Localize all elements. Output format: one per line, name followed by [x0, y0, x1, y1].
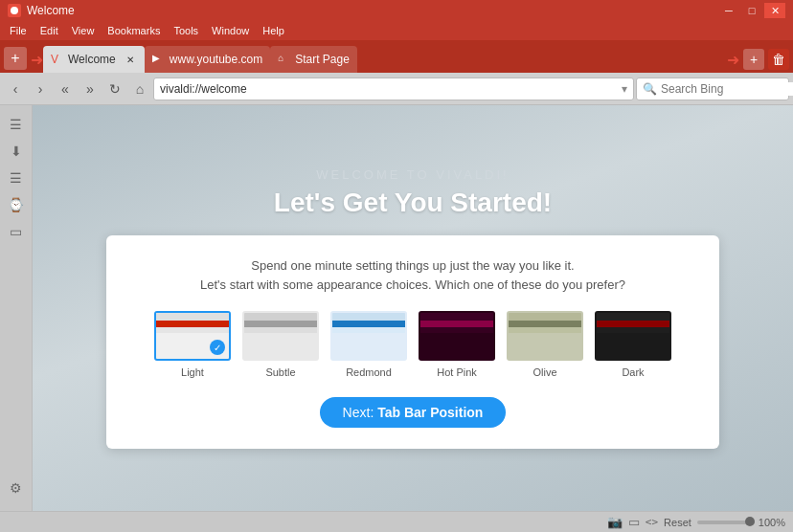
- back-button[interactable]: ‹: [4, 78, 27, 100]
- add-tab-right-button[interactable]: +: [743, 49, 764, 70]
- tab-close-welcome[interactable]: ✕: [124, 53, 137, 66]
- close-button[interactable]: ✕: [764, 3, 785, 18]
- tab-favicon-start: ⌂: [278, 53, 291, 66]
- tab-welcome[interactable]: V Welcome ✕: [43, 46, 145, 73]
- theme-options: ✓ Light Subtle: [133, 311, 692, 378]
- next-button[interactable]: Next: Tab Bar Position: [320, 397, 507, 428]
- home-button[interactable]: ⌂: [128, 78, 151, 100]
- display-icon[interactable]: ▭: [628, 515, 640, 529]
- sidebar-icon-notes[interactable]: ☰: [5, 166, 28, 189]
- setup-card: Spend one minute setting things up just …: [106, 235, 719, 449]
- reset-label[interactable]: Reset: [664, 517, 691, 528]
- menu-bar: File Edit View Bookmarks Tools Window He…: [0, 21, 793, 40]
- trash-button[interactable]: 🗑: [768, 49, 789, 70]
- main-layout: ☰ ⬇ ☰ ⌚ ▭ ⚙ WELCOME TO VIVALDI! Let's Ge…: [0, 105, 793, 511]
- menu-view[interactable]: View: [66, 24, 101, 37]
- theme-preview-light: ✓: [154, 311, 231, 361]
- status-bar: 📷 ▭ <> Reset 100%: [0, 511, 793, 532]
- theme-label-olive: Olive: [532, 366, 556, 378]
- theme-subtle[interactable]: Subtle: [242, 311, 319, 378]
- theme-label-dark: Dark: [622, 366, 644, 378]
- tab-label-youtube: www.youtube.com: [170, 53, 262, 66]
- search-icon: 🔍: [643, 82, 657, 96]
- menu-bookmarks[interactable]: Bookmarks: [102, 24, 166, 37]
- next-button-strong: Tab Bar Position: [377, 405, 483, 420]
- menu-help[interactable]: Help: [257, 24, 290, 37]
- tab-bar: + ➜ V Welcome ✕ ▶ www.youtube.com ⌂ Star…: [0, 40, 793, 73]
- menu-tools[interactable]: Tools: [168, 24, 204, 37]
- window-title: Welcome: [27, 4, 75, 17]
- reload-button[interactable]: ↻: [103, 78, 126, 100]
- tab-label-welcome: Welcome: [68, 53, 116, 66]
- theme-preview-hotpink: [419, 311, 495, 361]
- tab-favicon-welcome: V: [51, 53, 64, 66]
- tab-youtube[interactable]: ▶ www.youtube.com: [145, 46, 270, 73]
- zoom-label: 100%: [759, 517, 785, 528]
- welcome-subtitle: WELCOME TO VIVALDI!: [316, 167, 509, 182]
- nav-bar: ‹ › « » ↻ ⌂ ▾ 🔍 ▾: [0, 73, 793, 105]
- theme-olive[interactable]: Olive: [507, 311, 583, 378]
- theme-preview-dark: [595, 311, 671, 361]
- tab-start[interactable]: ⌂ Start Page: [270, 46, 357, 73]
- minimize-button[interactable]: ─: [718, 3, 739, 18]
- address-input[interactable]: [160, 82, 618, 96]
- app-icon: [8, 4, 21, 17]
- content-area: WELCOME TO VIVALDI! Let's Get You Starte…: [33, 105, 793, 511]
- card-desc-line2: Let's start with some appearance choices…: [200, 277, 625, 292]
- theme-preview-subtle: [242, 311, 319, 361]
- window-controls: ─ □ ✕: [718, 3, 785, 18]
- arrow-indicator-left: ➜: [31, 51, 43, 69]
- search-bar[interactable]: 🔍 ▾: [636, 78, 789, 100]
- theme-redmond[interactable]: Redmond: [330, 311, 407, 378]
- sidebar-icon-download[interactable]: ⬇: [5, 140, 28, 163]
- tab-bar-right: ➜ + 🗑: [727, 49, 789, 70]
- theme-label-subtle: Subtle: [265, 366, 295, 378]
- sidebar: ☰ ⬇ ☰ ⌚ ▭ ⚙: [0, 105, 33, 511]
- menu-file[interactable]: File: [4, 24, 33, 37]
- maximize-button[interactable]: □: [741, 3, 762, 18]
- theme-preview-olive: [507, 311, 583, 361]
- svg-point-0: [11, 7, 18, 14]
- tab-favicon-youtube: ▶: [152, 53, 166, 66]
- theme-label-light: Light: [181, 366, 204, 378]
- theme-label-redmond: Redmond: [346, 366, 392, 378]
- status-right: 📷 ▭ <> Reset 100%: [607, 515, 785, 529]
- menu-window[interactable]: Window: [206, 24, 255, 37]
- arrow-indicator-right: ➜: [727, 51, 739, 69]
- address-dropdown-icon[interactable]: ▾: [622, 82, 627, 96]
- sidebar-icon-bookmark[interactable]: ▭: [5, 220, 28, 243]
- theme-dark[interactable]: Dark: [595, 311, 671, 378]
- card-desc-line1: Spend one minute setting things up just …: [251, 258, 574, 273]
- sidebar-icon-history[interactable]: ⌚: [5, 193, 28, 216]
- welcome-title: Let's Get You Started!: [274, 188, 552, 218]
- title-bar-left: Welcome: [8, 4, 75, 17]
- camera-icon[interactable]: 📷: [607, 515, 623, 529]
- rewind-button[interactable]: «: [54, 78, 77, 100]
- address-bar[interactable]: ▾: [153, 78, 634, 100]
- zoom-control: 100%: [697, 517, 785, 528]
- tab-label-start: Start Page: [295, 53, 350, 66]
- forward-button[interactable]: ›: [29, 78, 52, 100]
- theme-light[interactable]: ✓ Light: [154, 311, 231, 378]
- zoom-slider[interactable]: [697, 521, 755, 524]
- fastforward-button[interactable]: »: [79, 78, 102, 100]
- card-description: Spend one minute setting things up just …: [133, 256, 692, 294]
- sidebar-icon-menu[interactable]: ☰: [5, 113, 28, 136]
- next-button-prefix: Next:: [343, 405, 378, 420]
- theme-label-hotpink: Hot Pink: [437, 366, 477, 378]
- selected-checkmark: ✓: [210, 340, 225, 355]
- menu-edit[interactable]: Edit: [34, 24, 64, 37]
- code-icon[interactable]: <>: [646, 516, 658, 528]
- zoom-slider-thumb[interactable]: [745, 517, 755, 526]
- new-tab-button[interactable]: +: [4, 47, 27, 70]
- theme-hotpink[interactable]: Hot Pink: [419, 311, 495, 378]
- theme-preview-redmond: [330, 311, 407, 361]
- sidebar-icon-settings[interactable]: ⚙: [5, 477, 28, 499]
- title-bar: Welcome ─ □ ✕: [0, 0, 793, 21]
- search-input[interactable]: [661, 82, 793, 96]
